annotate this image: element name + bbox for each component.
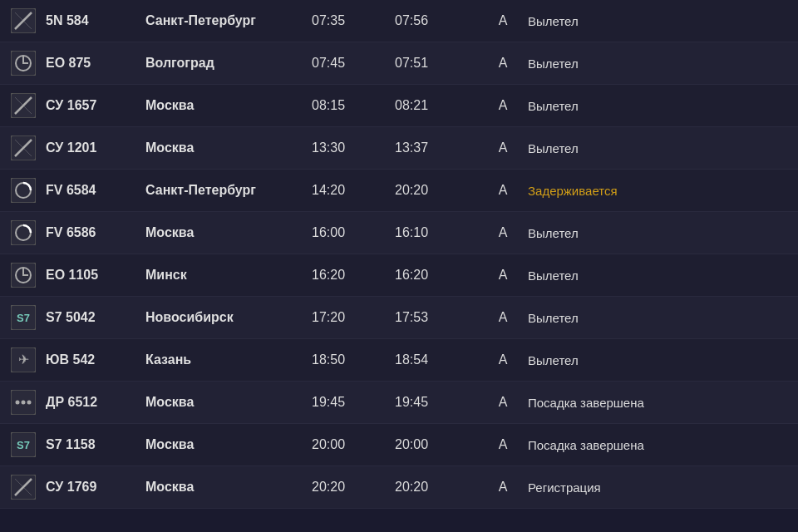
flight-status: Вылетел — [528, 268, 798, 283]
table-row: СУ 1201 Москва 13:30 13:37 A Вылетел — [0, 127, 798, 170]
table-row: S7 S7 1158 Москва 20:00 20:00 A Посадка … — [0, 424, 798, 466]
flights-table: 5N 584 Санкт-Петербург 07:35 07:56 A Выл… — [0, 0, 798, 509]
destination-city: Санкт-Петербург — [145, 183, 312, 198]
actual-time: 19:45 — [395, 395, 478, 410]
flight-status: Вылетел — [528, 99, 798, 113]
flight-status: Посадка завершена — [528, 438, 798, 452]
airline-logo — [0, 390, 46, 415]
gate: A — [478, 437, 528, 452]
airline-logo — [0, 220, 46, 245]
flight-status: Вылетел — [528, 141, 798, 155]
gate: A — [478, 225, 528, 240]
flight-number: EO 875 — [46, 56, 145, 71]
actual-time: 07:56 — [395, 13, 478, 28]
scheduled-time: 13:30 — [312, 140, 395, 155]
scheduled-time: 20:20 — [312, 480, 395, 495]
airline-logo — [0, 8, 46, 33]
airline-logo — [0, 135, 46, 160]
gate: A — [478, 13, 528, 28]
table-row: СУ 1657 Москва 08:15 08:21 A Вылетел — [0, 85, 798, 127]
actual-time: 18:54 — [395, 352, 478, 367]
flight-status: Вылетел — [528, 57, 798, 71]
gate: A — [478, 140, 528, 155]
scheduled-time: 16:20 — [312, 268, 395, 283]
svg-text:✈: ✈ — [17, 352, 28, 367]
actual-time: 16:20 — [395, 268, 478, 283]
destination-city: Новосибирск — [145, 310, 312, 325]
flight-number: СУ 1201 — [46, 140, 145, 155]
flight-status: Задерживается — [528, 184, 798, 198]
destination-city: Москва — [145, 140, 312, 155]
gate: A — [478, 395, 528, 410]
airline-logo: ✈ — [0, 347, 46, 372]
table-row: FV 6584 Санкт-Петербург 14:20 20:20 A За… — [0, 170, 798, 212]
table-row: ДР 6512 Москва 19:45 19:45 A Посадка зав… — [0, 382, 798, 424]
scheduled-time: 14:20 — [312, 183, 395, 198]
flight-status: Вылетел — [528, 226, 798, 240]
airline-logo — [0, 263, 46, 288]
flight-number: FV 6584 — [46, 183, 145, 198]
actual-time: 07:51 — [395, 56, 478, 71]
airline-logo — [0, 51, 46, 76]
flight-number: ДР 6512 — [46, 395, 145, 410]
gate: A — [478, 56, 528, 71]
airline-logo: S7 — [0, 305, 46, 330]
destination-city: Москва — [145, 437, 312, 452]
table-row: EO 1105 Минск 16:20 16:20 A Вылетел — [0, 254, 798, 297]
airline-logo — [0, 475, 46, 500]
flight-number: СУ 1657 — [46, 98, 145, 113]
svg-text:S7: S7 — [17, 439, 30, 451]
gate: A — [478, 98, 528, 113]
flight-number: FV 6586 — [46, 225, 145, 240]
destination-city: Москва — [145, 480, 312, 495]
flight-number: ЮВ 542 — [46, 352, 145, 367]
gate: A — [478, 268, 528, 283]
actual-time: 13:37 — [395, 140, 478, 155]
actual-time: 20:20 — [395, 183, 478, 198]
table-row: СУ 1769 Москва 20:20 20:20 A Регистрация — [0, 466, 798, 509]
destination-city: Волгоград — [145, 56, 312, 71]
flight-number: СУ 1769 — [46, 480, 145, 495]
flight-status: Вылетел — [528, 14, 798, 28]
scheduled-time: 07:45 — [312, 56, 395, 71]
scheduled-time: 17:20 — [312, 310, 395, 325]
table-row: S7 S7 5042 Новосибирск 17:20 17:53 A Выл… — [0, 297, 798, 339]
gate: A — [478, 310, 528, 325]
table-row: ✈ ЮВ 542 Казань 18:50 18:54 A Вылетел — [0, 339, 798, 382]
svg-point-24 — [27, 401, 31, 405]
actual-time: 17:53 — [395, 310, 478, 325]
destination-city: Москва — [145, 225, 312, 240]
svg-rect-11 — [11, 178, 36, 203]
destination-city: Минск — [145, 268, 312, 283]
table-row: EO 875 Волгоград 07:45 07:51 A Вылетел — [0, 42, 798, 85]
gate: A — [478, 352, 528, 367]
svg-rect-13 — [11, 220, 36, 245]
actual-time: 08:21 — [395, 98, 478, 113]
gate: A — [478, 183, 528, 198]
svg-text:S7: S7 — [17, 312, 30, 324]
flight-status: Регистрация — [528, 480, 798, 495]
scheduled-time: 18:50 — [312, 352, 395, 367]
svg-point-23 — [21, 401, 25, 405]
actual-time: 20:00 — [395, 437, 478, 452]
flight-number: S7 1158 — [46, 437, 145, 452]
airline-logo — [0, 178, 46, 203]
svg-point-22 — [15, 401, 19, 405]
flight-number: EO 1105 — [46, 268, 145, 283]
scheduled-time: 20:00 — [312, 437, 395, 452]
actual-time: 16:10 — [395, 225, 478, 240]
scheduled-time: 16:00 — [312, 225, 395, 240]
gate: A — [478, 480, 528, 495]
destination-city: Москва — [145, 98, 312, 113]
table-row: 5N 584 Санкт-Петербург 07:35 07:56 A Выл… — [0, 0, 798, 42]
flight-number: S7 5042 — [46, 310, 145, 325]
actual-time: 20:20 — [395, 480, 478, 495]
flight-status: Вылетел — [528, 353, 798, 367]
table-row: FV 6586 Москва 16:00 16:10 A Вылетел — [0, 212, 798, 254]
airline-logo: S7 — [0, 432, 46, 457]
destination-city: Санкт-Петербург — [145, 13, 312, 28]
destination-city: Москва — [145, 395, 312, 410]
airline-logo — [0, 93, 46, 118]
scheduled-time: 19:45 — [312, 395, 395, 410]
flight-number: 5N 584 — [46, 13, 145, 28]
